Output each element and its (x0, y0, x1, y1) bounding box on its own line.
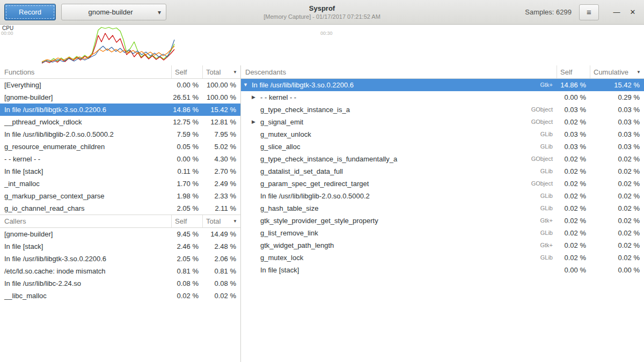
function-name: - - kernel - - (0, 153, 172, 165)
descendants-column-header[interactable]: Descendants (241, 65, 557, 78)
table-row[interactable]: g_param_spec_get_redirect_target GObject… (241, 178, 644, 190)
functions-column-header[interactable]: Functions (0, 65, 172, 78)
self-percent: 0.81 % (172, 265, 203, 277)
descendant-name-cell: ▶ g_signal_emit (241, 116, 519, 128)
library-category-label: GObject (519, 153, 557, 165)
library-category-label: GLib (519, 252, 557, 264)
row-expander-icon[interactable]: ▶ (252, 116, 260, 128)
table-row[interactable]: gtk_widget_path_length Gtk+ 0.02 % 0.02 … (241, 239, 644, 252)
process-selector-dropdown[interactable]: gnome-builder ▾ (61, 4, 166, 20)
library-category-label: GObject (519, 104, 557, 116)
table-row[interactable]: g_datalist_id_set_data_full GLib 0.02 % … (241, 165, 644, 178)
samples-count: Samples: 6299 (525, 8, 572, 16)
table-row[interactable]: [Everything] 0.00 % 100.00 % (0, 79, 240, 91)
table-row[interactable]: In file [stack] 0.11 % 2.70 % (0, 165, 240, 178)
table-row[interactable]: _int_malloc 1.70 % 2.49 % (0, 178, 240, 190)
descendants-cumulative-column-header[interactable]: Cumulative ▼ (590, 65, 644, 78)
cumulative-percent: 0.03 % (590, 141, 644, 153)
table-row[interactable]: /etc/ld.so.cache: inode mismatch 0.81 % … (0, 265, 240, 277)
table-row[interactable]: __libc_malloc 0.02 % 0.02 % (0, 290, 240, 302)
self-percent: 7.59 % (172, 128, 203, 141)
cumulative-percent: 0.29 % (590, 91, 644, 104)
table-row[interactable]: ▶ - - kernel - - 0.00 % 0.29 % (241, 91, 644, 104)
function-name: g_mutex_lock (260, 252, 303, 264)
window-title-block: Sysprof [Memory Capture] - 01/17/2017 07… (264, 4, 380, 20)
descendant-name-cell: g_type_check_instance_is_a (241, 104, 519, 116)
library-category-label: GLib (519, 227, 557, 239)
minimize-button[interactable]: — (610, 5, 624, 19)
table-row[interactable]: In file [stack] 2.46 % 2.48 % (0, 240, 240, 253)
cumulative-percent: 0.03 % (590, 104, 644, 116)
table-row[interactable]: In file /usr/lib/libgtk-3.so.0.2200.6 14… (0, 104, 240, 116)
functions-table-header: Functions Self Total ▼ (0, 65, 240, 79)
table-row[interactable]: gtk_style_provider_get_style_property Gt… (241, 215, 644, 227)
self-percent: 1.98 % (172, 190, 203, 202)
cumulative-percent: 0.02 % (590, 215, 644, 227)
function-name: [Everything] (0, 79, 172, 91)
row-expander-icon[interactable]: ▼ (243, 79, 252, 91)
time-tick-start: 00:00 (1, 31, 13, 36)
table-row[interactable]: [gnome-builder] 9.45 % 14.49 % (0, 228, 240, 240)
cumulative-percent: 0.02 % (590, 252, 644, 264)
cumulative-percent: 0.03 % (590, 128, 644, 141)
table-row[interactable]: g_resource_enumerate_children 0.05 % 5.0… (0, 141, 240, 153)
table-row[interactable]: g_slice_alloc GLib 0.03 % 0.03 % (241, 141, 644, 153)
cumulative-percent: 0.02 % (590, 227, 644, 239)
library-category-label: GLib (519, 190, 557, 202)
function-name: In file /usr/lib/libgtk-3.so.0.2200.6 (0, 104, 172, 116)
function-name: g_resource_enumerate_children (0, 141, 172, 153)
table-row[interactable]: In file /usr/lib/libc-2.24.so 0.08 % 0.0… (0, 277, 240, 290)
table-row[interactable]: g_markup_parse_context_parse 1.98 % 2.33… (0, 190, 240, 202)
close-button[interactable]: ✕ (626, 5, 640, 19)
record-button[interactable]: Record (4, 4, 56, 20)
table-row[interactable]: In file /usr/lib/libglib-2.0.so.0.5000.2… (241, 190, 644, 202)
sort-indicator-icon: ▼ (233, 219, 237, 224)
callers-column-header[interactable]: Callers (0, 215, 172, 227)
window-controls: — ✕ (610, 5, 640, 19)
descendant-name-cell: ▼ In file /usr/lib/libgtk-3.so.0.2200.6 (241, 79, 519, 91)
self-percent: 0.02 % (557, 153, 590, 165)
function-name: /etc/ld.so.cache: inode mismatch (0, 265, 172, 277)
sysprof-window: Record gnome-builder ▾ Sysprof [Memory C… (0, 0, 644, 362)
descendant-name-cell: g_slice_alloc (241, 141, 519, 153)
table-row[interactable]: __pthread_rwlock_rdlock 12.75 % 12.81 % (0, 116, 240, 128)
table-row[interactable]: In file /usr/lib/libgtk-3.so.0.2200.6 2.… (0, 253, 240, 265)
total-percent: 0.08 % (203, 277, 240, 290)
cumulative-percent: 0.02 % (590, 153, 644, 165)
function-name: In file [stack] (260, 264, 299, 276)
total-percent: 15.42 % (203, 104, 240, 116)
callers-total-column-header[interactable]: Total ▼ (203, 215, 240, 227)
table-row[interactable]: ▼ In file /usr/lib/libgtk-3.so.0.2200.6 … (241, 79, 644, 91)
functions-self-column-header[interactable]: Self (172, 65, 203, 78)
table-row[interactable]: [gnome-builder] 26.51 % 100.00 % (0, 91, 240, 104)
function-name: g_signal_emit (260, 116, 303, 128)
self-percent: 0.03 % (557, 141, 590, 153)
table-row[interactable]: g_mutex_lock GLib 0.02 % 0.02 % (241, 252, 644, 264)
hamburger-menu-button[interactable]: ≡ (579, 4, 599, 20)
menu-icon: ≡ (587, 8, 591, 17)
descendants-self-column-header[interactable]: Self (557, 65, 590, 78)
sort-indicator-icon: ▼ (233, 70, 237, 75)
cpu-timeline-graph[interactable]: CPU 00:00 00:30 (0, 25, 644, 65)
table-row[interactable]: ▶ g_signal_emit GObject 0.02 % 0.03 % (241, 116, 644, 128)
table-row[interactable]: g_mutex_unlock GLib 0.03 % 0.03 % (241, 128, 644, 141)
function-name: In file [stack] (0, 240, 172, 253)
table-row[interactable]: g_hash_table_size GLib 0.02 % 0.02 % (241, 202, 644, 215)
functions-total-column-header[interactable]: Total ▼ (203, 65, 240, 78)
table-row[interactable]: In file /usr/lib/libglib-2.0.so.0.5000.2… (0, 128, 240, 141)
table-row[interactable]: g_type_check_instance_is_a GObject 0.03 … (241, 104, 644, 116)
close-icon: ✕ (630, 8, 636, 16)
table-row[interactable]: g_type_check_instance_is_fundamentally_a… (241, 153, 644, 165)
cumulative-percent: 0.03 % (590, 116, 644, 128)
headerbar: Record gnome-builder ▾ Sysprof [Memory C… (0, 0, 644, 25)
row-expander-icon[interactable]: ▶ (252, 91, 260, 104)
table-row[interactable]: - - kernel - - 0.00 % 4.30 % (0, 153, 240, 165)
table-row[interactable]: g_list_remove_link GLib 0.02 % 0.02 % (241, 227, 644, 239)
total-percent: 2.48 % (203, 240, 240, 253)
function-name: In file /usr/lib/libglib-2.0.so.0.5000.2 (0, 128, 172, 141)
table-row[interactable]: In file [stack] 0.00 % 0.00 % (241, 264, 644, 276)
table-row[interactable]: g_io_channel_read_chars 2.05 % 2.11 % (0, 202, 240, 215)
self-percent: 0.00 % (557, 91, 590, 104)
self-percent: 0.02 % (557, 202, 590, 215)
callers-self-column-header[interactable]: Self (172, 215, 203, 227)
